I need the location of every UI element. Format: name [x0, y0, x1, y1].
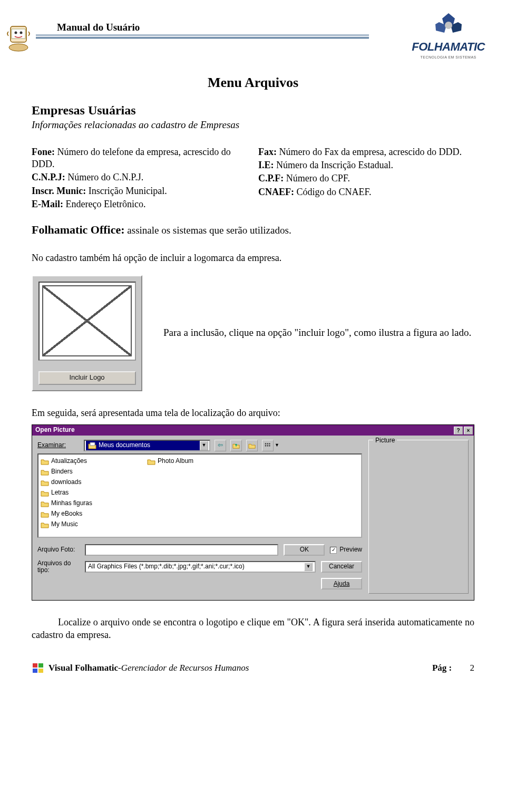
dialog-titlebar: Open Picture ? × — [32, 425, 474, 436]
open-picture-dialog: Open Picture ? × Examinar: Meus document… — [32, 424, 474, 601]
arquivo-foto-input[interactable] — [85, 544, 278, 556]
paragraph: Em seguida, será apresentada uma tela de… — [32, 407, 474, 419]
svg-rect-10 — [267, 445, 268, 446]
page-number: 2 — [470, 663, 475, 673]
list-view-icon[interactable] — [262, 440, 274, 451]
dialog-title-text: Open Picture — [35, 426, 75, 434]
windows-logo-icon — [32, 662, 45, 674]
svg-rect-12 — [269, 445, 270, 446]
field-line: Fax: Número do Fax da empresa, acrescido… — [258, 146, 474, 158]
field-label: Fone: — [32, 147, 55, 157]
list-item[interactable]: Letras — [41, 488, 146, 498]
examine-dropdown[interactable]: Meus documentos ▼ — [84, 440, 210, 451]
logo-placeholder — [38, 282, 136, 361]
back-icon[interactable]: ⇦ — [215, 440, 226, 451]
svg-rect-16 — [38, 669, 43, 673]
logo-example-block: Incluir Logo Para a inclusão, clique na … — [32, 275, 474, 391]
list-item[interactable]: My Music — [41, 520, 146, 529]
field-label: Inscr. Munic: — [32, 186, 86, 196]
field-label: CNAEF: — [258, 187, 294, 197]
examine-row: Examinar: Meus documentos ▼ ⇦ — [37, 440, 362, 451]
field-label: C.N.P.J: — [32, 172, 65, 182]
help-button[interactable]: Ajuda — [321, 578, 362, 589]
help-button[interactable]: ? — [454, 427, 463, 434]
paragraph: No cadastro também há opção de incluir a… — [32, 252, 474, 264]
svg-point-5 — [445, 22, 452, 29]
svg-rect-7 — [265, 443, 266, 444]
field-label: I.E: — [258, 160, 274, 170]
close-button[interactable]: × — [464, 427, 473, 434]
examine-value: Meus documentos — [99, 441, 150, 450]
list-item[interactable]: Minhas figuras — [41, 499, 146, 508]
field-line: Fone: Número do telefone da empresa, acr… — [32, 146, 248, 171]
svg-point-3 — [20, 32, 23, 34]
menu-title: Menu Arquivos — [32, 74, 474, 92]
chevron-down-icon[interactable]: ▼ — [304, 563, 313, 571]
folder-name: My Music — [51, 520, 78, 529]
incluir-logo-button[interactable]: Incluir Logo — [38, 371, 136, 385]
field-desc: Número do C.N.P.J. — [65, 172, 144, 182]
folhamatic-office-desc: assinale os sistemas que serão utilizado… — [125, 225, 291, 236]
folder-name: Binders — [51, 468, 73, 476]
list-item[interactable]: downloads — [41, 478, 146, 487]
cancel-button[interactable]: Cancelar — [321, 561, 362, 573]
preview-checkbox[interactable]: ✓ Preview — [330, 546, 362, 554]
fields-left-col: Fone: Número do telefone da empresa, acr… — [32, 145, 248, 212]
examine-label: Examinar: — [37, 441, 80, 450]
logo-caption: Para a inclusão, clique na opção "inclui… — [163, 326, 474, 340]
field-columns: Fone: Número do telefone da empresa, acr… — [32, 145, 474, 212]
field-line: I.E: Número da Inscrição Estadual. — [258, 159, 474, 171]
folhamatic-office-line: Folhamatic Office: assinale os sistemas … — [32, 223, 474, 238]
arquivos-tipo-dropdown[interactable]: All Graphics Files (*.bmp;*.dib;*.jpg;*.… — [85, 561, 316, 573]
logo-panel: Incluir Logo — [32, 275, 142, 391]
section-subtitle: Informações relacionadas ao cadastro de … — [32, 119, 474, 132]
field-desc: Número da Inscrição Estadual. — [274, 160, 393, 170]
paragraph: Localize o arquivo onde se encontra o lo… — [32, 616, 474, 641]
svg-rect-6 — [90, 442, 95, 446]
folder-name: downloads — [51, 478, 81, 487]
file-list[interactable]: Atualizações Binders downloads Letras Mi… — [37, 453, 362, 538]
new-folder-icon[interactable] — [246, 440, 258, 451]
svg-point-4 — [9, 44, 28, 51]
svg-rect-15 — [33, 669, 37, 673]
folhamatic-office-label: Folhamatic Office: — [32, 223, 125, 236]
svg-rect-14 — [38, 663, 43, 668]
picture-group-label: Picture — [373, 437, 397, 445]
checkbox-icon[interactable]: ✓ — [330, 547, 337, 554]
mascot-icon — [5, 21, 34, 53]
list-item[interactable]: My eBooks — [41, 509, 146, 519]
field-line: Inscr. Munic: Inscrição Municipal. — [32, 185, 248, 197]
list-item[interactable]: Photo Album — [147, 457, 252, 466]
field-label: C.P.F: — [258, 173, 284, 183]
folder-name: My eBooks — [51, 510, 82, 518]
chevron-down-icon[interactable]: ▼ — [200, 441, 208, 450]
up-folder-icon[interactable] — [230, 440, 242, 451]
brand-tagline: TECNOLOGIA EM SISTEMAS — [412, 55, 485, 60]
header-rule — [36, 37, 369, 39]
svg-rect-8 — [265, 445, 266, 446]
manual-title: Manual do Usuário — [57, 21, 140, 34]
svg-rect-11 — [269, 443, 270, 444]
arquivos-tipo-value: All Graphics Files (*.bmp;*.dib;*.jpg;*.… — [88, 563, 304, 571]
folder-name: Minhas figuras — [51, 499, 92, 508]
list-item[interactable]: Atualizações — [41, 457, 146, 466]
chevron-down-icon[interactable]: ▼ — [275, 442, 279, 449]
arquivos-tipo-label: Arquivos do tipo: — [37, 560, 80, 574]
svg-rect-9 — [267, 443, 268, 444]
field-line: E-Mail: Endereço Eletrônico. — [32, 198, 248, 210]
page-footer: Visual Folhamatic - Gerenciador de Recur… — [32, 662, 474, 674]
field-desc: Número do CPF. — [284, 173, 350, 183]
brand-logo: FOLHAMATIC TECNOLOGIA EM SISTEMAS — [412, 11, 485, 60]
ok-button[interactable]: OK — [284, 544, 325, 556]
page-label: Pág : — [432, 663, 452, 673]
field-label: E-Mail: — [32, 199, 63, 209]
picture-preview-group: Picture — [368, 440, 469, 594]
folder-name: Atualizações — [51, 457, 87, 466]
folder-name: Letras — [51, 489, 69, 497]
svg-rect-13 — [33, 663, 37, 668]
field-line: C.P.F: Número do CPF. — [258, 172, 474, 185]
list-item[interactable]: Binders — [41, 467, 146, 477]
footer-subtitle: Gerenciador de Recursos Humanos — [121, 662, 249, 674]
folder-open-icon — [88, 442, 96, 449]
preview-label: Preview — [339, 546, 362, 554]
